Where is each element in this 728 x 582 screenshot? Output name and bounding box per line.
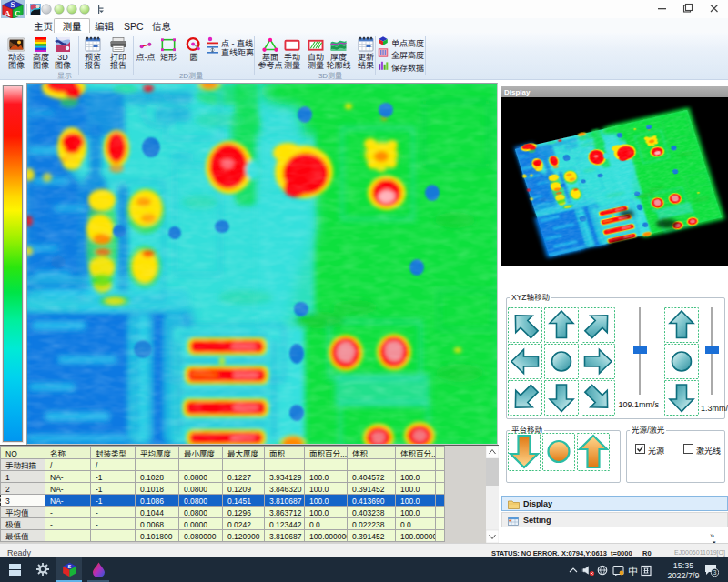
svg-text:A: A: [5, 11, 10, 18]
svg-text:中: 中: [628, 565, 638, 577]
svg-text:S: S: [68, 562, 72, 570]
svg-text:3: 3: [713, 567, 717, 577]
svg-text:S: S: [11, 2, 15, 9]
